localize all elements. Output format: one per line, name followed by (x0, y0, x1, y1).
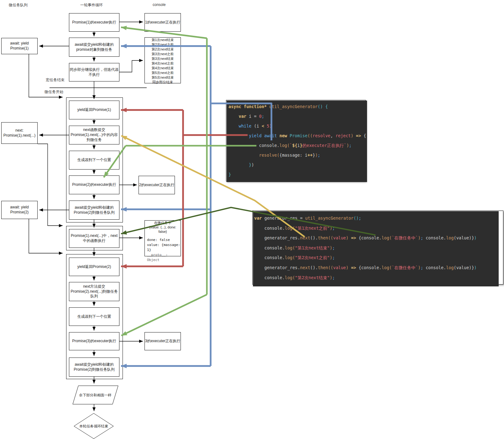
diagram-canvas: 微任务队列 一轮事件循环 console 宏任务结束微任务开始Promise(1… (0, 0, 504, 439)
code-async-generator-code-line: console.log(`${i}的executer正在执行`); (228, 141, 367, 150)
code-main-script-editor: var generator_res = util_asyncGenerator(… (253, 211, 499, 286)
await-submit-promise2-again-line: await提交yield和创建的 (75, 362, 114, 367)
code-main-script-code-line: console.log("第1次next之前"); (254, 223, 499, 233)
next-submit-content-line: 到微任务 (87, 138, 102, 143)
await-submit-promise2-line: await提交yield和创建的 (75, 205, 114, 210)
sync-continue-line: 不执行 (89, 72, 100, 77)
code-main-script-code-line: console.log("第1次next结束"); (254, 243, 499, 253)
next-submit-content-line: next函数提交 (83, 128, 105, 133)
code-async-generator: async function* util_asyncGenerator() { … (226, 100, 366, 181)
next-submit-content-line: Promise(1).next(...)中的内容 (71, 133, 118, 138)
code-async-generator-editor: async function* util_asyncGenerator() { … (227, 101, 367, 182)
console-output-list: 第1次next结束第2次next之前第2次next结束第3次next之前第3次n… (144, 37, 181, 83)
microtask-result-prop: done: false (145, 238, 181, 243)
await-submit-promise1-line: promise对象到微任务 (76, 47, 112, 52)
next-submit-content: next函数提交Promise(1).next(...)中的内容到微任务 (69, 126, 119, 144)
rest-same-parallelogram-label: 余下部分和相面一样 (79, 393, 112, 398)
code-main-script-code-line: var generator_res = util_asyncGenerator(… (254, 213, 499, 223)
yield-return-promise2-line: yield返回Promise(2) (77, 264, 111, 269)
console-output-list-line: 第4次next之前 (152, 61, 174, 66)
microtask-result: 在微任务中{value: {...}, done: false}done: fa… (144, 220, 181, 256)
code-main-script-code-line: console.log("第2次next结束"); (254, 273, 499, 283)
console-exec1-line: 1的executer正在执行 (145, 20, 181, 25)
microtask-result-title: 在微任务中 (145, 221, 181, 225)
await-yield-promise1-line: Promise(1) (10, 46, 29, 51)
code-main-script-code-line: generator_res.next().then((value) => {co… (254, 263, 499, 273)
console-exec3: 3的executer正在执行 (144, 332, 181, 350)
console-output-list-line: 第5次next之前 (152, 71, 174, 75)
await-submit-promise2-line: Promise(2)到微任务队列 (74, 210, 115, 215)
await-yield-promise2-line: Promise(2) (10, 210, 29, 215)
await-submit-promise1-line: await提交yield和创建的 (75, 42, 114, 47)
next-method-submit-line: 队列 (91, 294, 98, 299)
code-async-generator-code-line: async function* util_asyncGenerator() { (228, 102, 367, 112)
await-yield-promise1: await: yieldPromise(1) (1, 38, 38, 54)
console-output-list-line: 第3次next之前 (152, 52, 174, 56)
promise1-next-run-line: 中的函数执行 (83, 238, 106, 243)
microtask-result-title: {value: {...}, done: false} (145, 225, 181, 234)
yield-return-promise2: yield返回Promise(2) (69, 258, 119, 276)
sync-continue-line: 同步部分继续执行，但迭代器 (70, 67, 119, 72)
generator-next-pos-1-line: 生成器到下一个位置 (77, 158, 111, 163)
code-async-generator-code-line: yield await new Promise((resolve, reject… (228, 131, 367, 141)
promise1-next-run: Promise(1).next(...)中，next中的函数执行 (69, 229, 119, 248)
console-output-list-line: 第1次next结束 (152, 38, 174, 42)
console-exec3-line: 3的executer正在执行 (145, 339, 181, 344)
microtask-result-prop: value: {massage: 1} (145, 243, 181, 253)
code-async-generator-code-line: resolve({massage: i++}); (228, 150, 367, 160)
microtask-result-prop: __proto__: Object (145, 253, 181, 263)
generator-next-pos-1: 生成器到下一个位置 (69, 151, 119, 170)
console-output-list-line: 第3次next结束 (152, 56, 174, 61)
yield-return-promise1-line: yield返回Promise(1) (77, 107, 111, 112)
sync-continue: 同步部分继续执行，但迭代器不执行 (69, 63, 119, 81)
promise2-executer: Promise(2)的executer执行 (69, 175, 119, 194)
next-promise1-next: next:Promise(1).next(...) (1, 122, 38, 144)
code-main-script-code-line: generator_res.next().then((value) => {co… (254, 233, 499, 243)
code-async-generator-code-line: while (i < 5) (228, 121, 367, 131)
promise1-executer-line: Promise(1)的executer执行 (72, 20, 116, 25)
code-main-script-code-line: console.log("第2次next之前"); (254, 253, 499, 263)
await-yield-promise2: await: yieldPromise(2) (1, 201, 38, 219)
code-async-generator-code-line: } (228, 170, 367, 180)
console-output-list-line: 第5次next结束 (152, 75, 174, 80)
code-main-script: var generator_res = util_asyncGenerator(… (252, 211, 503, 285)
task-loop-end-diamond-label: 本轮任务循环结束 (79, 424, 108, 429)
await-submit-promise2-again-line: Promise(2)到微任务队列 (74, 367, 115, 372)
promise1-executer: Promise(1)的executer执行 (69, 13, 119, 32)
code-async-generator-code-line: var i = 0; (228, 112, 367, 121)
promise2-executer-line: Promise(2)的executer执行 (72, 182, 116, 187)
await-yield-promise1-line: await: yield (10, 41, 29, 46)
yield-return-promise1: yield返回Promise(1) (69, 101, 119, 119)
promise3-executer-line: Promise(3)的executer执行 (72, 339, 116, 344)
next-promise1-next-line: next: (15, 128, 24, 133)
generator-next-pos-2: 生成器到下一个位置 (69, 307, 119, 326)
next-method-submit-line: Promise(2).next(...)到微任务 (71, 289, 118, 294)
await-submit-promise2: await提交yield和创建的Promise(2)到微任务队列 (69, 201, 119, 220)
console-exec2-line: 2的executer正在执行 (139, 183, 175, 188)
await-submit-promise1: await提交yield和创建的promise对象到微任务 (69, 38, 119, 57)
next-method-submit: next方法提交Promise(2).next(...)到微任务队列 (69, 282, 119, 301)
await-submit-promise2-again: await提交yield和创建的Promise(2)到微任务队列 (69, 358, 119, 377)
code-async-generator-code-line: }) (228, 160, 367, 170)
next-promise1-next-line: Promise(1).next(...) (3, 133, 36, 138)
promise1-next-run-line: Promise(1).next(...)中，next (71, 233, 118, 238)
console-output-list-line: 同步部分结束 (152, 80, 173, 85)
console-exec2: 2的executer正在执行 (139, 176, 175, 194)
next-method-submit-line: next方法提交 (83, 284, 105, 289)
console-exec1: 1的executer正在执行 (144, 13, 181, 32)
promise3-executer: Promise(3)的executer执行 (69, 332, 119, 350)
console-output-list-line: 第2次next之前 (152, 42, 174, 47)
console-output-list-line: 第2次next结束 (152, 47, 174, 52)
generator-next-pos-2-line: 生成器到下一个位置 (77, 314, 111, 319)
console-output-list-line: 第4次next结束 (152, 66, 174, 71)
await-yield-promise2-line: await: yield (10, 205, 29, 210)
